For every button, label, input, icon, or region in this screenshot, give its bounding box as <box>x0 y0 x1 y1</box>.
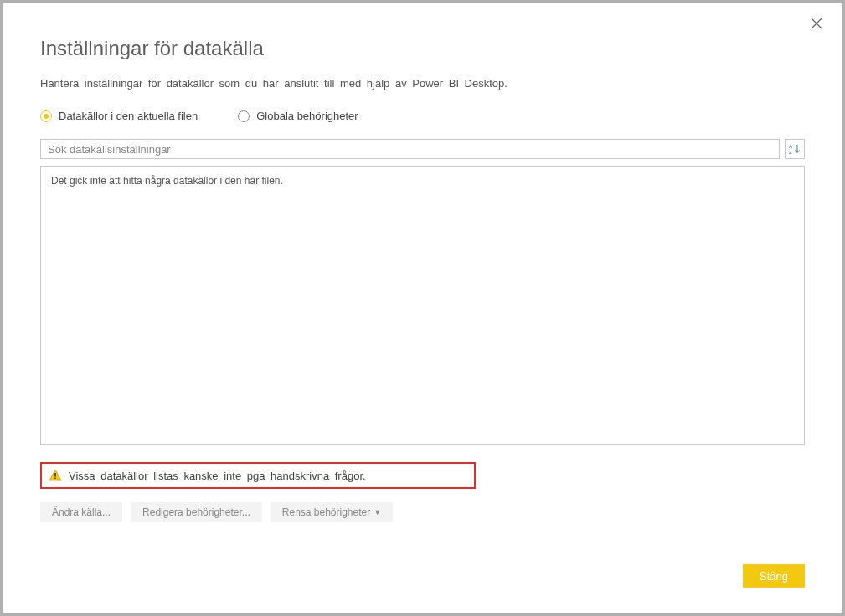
sort-az-icon: A Z <box>789 143 801 155</box>
datasource-settings-dialog: Inställningar för datakälla Hantera inst… <box>3 3 842 613</box>
svg-text:A: A <box>789 144 792 149</box>
close-icon[interactable] <box>808 15 825 32</box>
radio-global-permissions[interactable]: Globala behörigheter <box>238 110 358 122</box>
svg-rect-6 <box>54 473 56 477</box>
radio-global-permissions-label: Globala behörigheter <box>256 110 358 122</box>
close-button-label: Stäng <box>760 570 788 583</box>
scope-radio-group: Datakällor i den aktuella filen Globala … <box>40 110 805 122</box>
datasource-list[interactable]: Det gick inte att hitta några datakällor… <box>40 166 805 445</box>
search-input[interactable] <box>40 139 780 159</box>
radio-current-file[interactable]: Datakällor i den aktuella filen <box>40 110 198 122</box>
warning-icon <box>49 469 62 482</box>
radio-indicator-icon <box>40 110 52 122</box>
empty-list-message: Det gick inte att hitta några datakällor… <box>51 175 283 187</box>
change-source-label: Ändra källa... <box>52 506 111 518</box>
sort-button[interactable]: A Z <box>785 139 805 159</box>
search-row: A Z <box>40 139 805 159</box>
chevron-down-icon: ▼ <box>374 508 381 516</box>
svg-text:Z: Z <box>789 150 792 155</box>
svg-rect-7 <box>54 478 56 480</box>
dialog-footer: Stäng <box>743 564 805 588</box>
radio-current-file-label: Datakällor i den aktuella filen <box>59 110 198 122</box>
close-button[interactable]: Stäng <box>743 564 805 588</box>
change-source-button[interactable]: Ändra källa... <box>40 502 122 522</box>
dialog-subtitle: Hantera inställningar för datakällor som… <box>40 77 805 90</box>
warning-banner: Vissa datakällor listas kanske inte pga … <box>40 462 476 489</box>
action-button-row: Ändra källa... Redigera behörigheter... … <box>40 502 805 522</box>
clear-permissions-button[interactable]: Rensa behörigheter ▼ <box>271 502 393 522</box>
radio-indicator-icon <box>238 110 250 122</box>
edit-permissions-label: Redigera behörigheter... <box>142 506 250 518</box>
edit-permissions-button[interactable]: Redigera behörigheter... <box>131 502 262 522</box>
dialog-title: Inställningar för datakälla <box>40 37 805 60</box>
warning-text: Vissa datakällor listas kanske inte pga … <box>69 470 366 482</box>
clear-permissions-label: Rensa behörigheter <box>282 506 370 518</box>
